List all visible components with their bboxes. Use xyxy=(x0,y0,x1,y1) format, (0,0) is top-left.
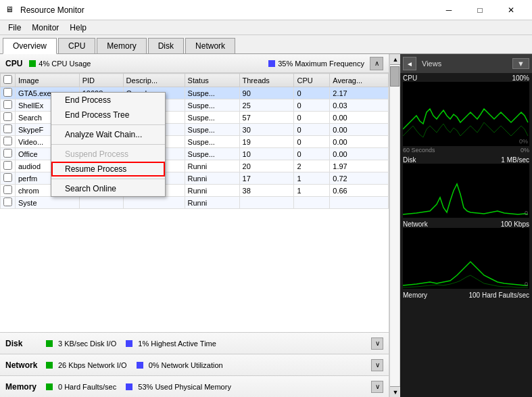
row-checkbox[interactable] xyxy=(3,185,12,194)
row-checkbox-cell[interactable] xyxy=(1,99,16,112)
row-checkbox-cell[interactable] xyxy=(1,112,16,124)
row-checkbox-cell[interactable] xyxy=(1,124,16,136)
tab-overview[interactable]: Overview xyxy=(3,38,57,54)
separator-1 xyxy=(51,124,165,125)
network-stats: 26 Kbps Network I/O 0% Network Utilizati… xyxy=(46,361,371,369)
cpu-collapse-button[interactable]: ∧ xyxy=(370,57,383,70)
menu-monitor[interactable]: Monitor xyxy=(26,22,64,34)
row-cpu: 0 xyxy=(294,136,330,148)
row-checkbox-cell[interactable] xyxy=(1,87,16,99)
row-avg: 0.66 xyxy=(330,185,389,197)
row-checkbox[interactable] xyxy=(3,173,12,182)
cpu-section-header: CPU 4% CPU Usage 35% Maximum Frequency ∧ xyxy=(0,54,389,73)
disk-section-header: Disk 3 KB/sec Disk I/O 1% Highest Active… xyxy=(0,332,389,354)
row-checkbox[interactable] xyxy=(3,137,12,145)
row-threads: 38 xyxy=(239,185,294,197)
row-threads: 30 xyxy=(239,124,294,136)
row-avg: 0.00 xyxy=(330,148,389,160)
scrollbar-up[interactable]: ▲ xyxy=(390,54,401,65)
table-row[interactable]: Syste Runni xyxy=(1,197,389,209)
views-dropdown-button[interactable]: ▼ xyxy=(512,58,529,69)
disk-stats: 3 KB/sec Disk I/O 1% Highest Active Time xyxy=(46,340,371,348)
disk-graph-block: Disk 1 MB/sec 0 xyxy=(400,155,532,219)
network-graph-canvas: 0 xyxy=(403,228,529,289)
disk-graph-canvas: 0 xyxy=(403,164,529,218)
right-panel-header: ◄ Views ▼ xyxy=(400,54,532,73)
row-checkbox-cell[interactable] xyxy=(1,197,16,209)
row-checkbox[interactable] xyxy=(3,149,12,158)
close-button[interactable]: ✕ xyxy=(495,0,527,20)
row-cpu: 1 xyxy=(294,172,330,185)
col-cpu[interactable]: CPU xyxy=(294,74,330,87)
row-checkbox-cell[interactable] xyxy=(1,172,16,185)
row-cpu: 0 xyxy=(294,124,330,136)
memory-title: Memory xyxy=(5,382,46,392)
row-checkbox[interactable] xyxy=(3,124,12,133)
row-avg: 0.72 xyxy=(330,172,389,185)
network-collapse-button[interactable]: ∨ xyxy=(371,359,383,371)
tab-cpu[interactable]: CPU xyxy=(58,38,95,53)
row-status: Runni xyxy=(185,197,239,209)
row-status: Suspe... xyxy=(185,124,239,136)
row-threads: 10 xyxy=(239,148,294,160)
select-all-checkbox[interactable] xyxy=(3,75,12,84)
memory-collapse-button[interactable]: ∨ xyxy=(371,381,383,393)
disk-blue-dot xyxy=(126,340,132,347)
maximize-button[interactable]: □ xyxy=(464,0,495,20)
context-end-process[interactable]: End Process xyxy=(51,93,165,108)
row-checkbox-cell[interactable] xyxy=(1,160,16,172)
menu-file[interactable]: File xyxy=(3,22,26,34)
bottom-sections: Disk 3 KB/sec Disk I/O 1% Highest Active… xyxy=(0,332,389,397)
row-avg: 0.00 xyxy=(330,124,389,136)
scrollbar-track xyxy=(390,65,400,386)
separator-3 xyxy=(51,179,165,179)
menu-help[interactable]: Help xyxy=(64,22,92,34)
row-checkbox[interactable] xyxy=(3,100,12,109)
cpu-graph-block: CPU 100% 0% 60 Seconds 0% xyxy=(400,73,532,155)
col-avg[interactable]: Averag... xyxy=(330,74,389,87)
row-checkbox[interactable] xyxy=(3,112,12,121)
scrollbar-down[interactable]: ▼ xyxy=(390,386,401,397)
context-suspend: Suspend Process xyxy=(51,147,165,162)
col-status[interactable]: Status xyxy=(185,74,239,87)
row-checkbox-cell[interactable] xyxy=(1,185,16,197)
context-search-online[interactable]: Search Online xyxy=(51,181,165,196)
cpu-table-container[interactable]: Image PID Descrip... Status Threads CPU … xyxy=(0,73,389,332)
col-image[interactable]: Image xyxy=(16,74,80,87)
context-end-process-tree[interactable]: End Process Tree xyxy=(51,108,165,122)
row-threads: 57 xyxy=(239,112,294,124)
row-threads: 19 xyxy=(239,136,294,148)
expand-button[interactable]: ◄ xyxy=(403,57,416,70)
col-desc[interactable]: Descrip... xyxy=(123,74,185,87)
row-avg xyxy=(330,197,389,209)
col-pid[interactable]: PID xyxy=(79,74,123,87)
row-status: Runni xyxy=(185,160,239,172)
row-checkbox-cell[interactable] xyxy=(1,148,16,160)
row-status: Runni xyxy=(185,172,239,185)
app-icon: 🖥 xyxy=(5,5,16,16)
row-checkbox[interactable] xyxy=(3,161,12,170)
row-checkbox-cell[interactable] xyxy=(1,136,16,148)
context-analyze-wait[interactable]: Analyze Wait Chain... xyxy=(51,127,165,142)
context-resume[interactable]: Resume Process xyxy=(51,162,165,177)
tabbar: Overview CPU Memory Disk Network xyxy=(0,35,532,54)
cpu-title: CPU xyxy=(5,59,22,68)
row-checkbox[interactable] xyxy=(3,197,12,206)
green-dot-icon xyxy=(29,60,36,67)
row-status: Runni xyxy=(185,185,239,197)
menubar: File Monitor Help xyxy=(0,20,532,35)
tab-disk[interactable]: Disk xyxy=(148,38,184,53)
main-scrollbar[interactable]: ▲ ▼ xyxy=(389,54,400,397)
disk-green-dot xyxy=(46,340,53,347)
cpu-graph-svg xyxy=(403,82,529,146)
col-threads[interactable]: Threads xyxy=(239,74,294,87)
tab-network[interactable]: Network xyxy=(185,38,235,53)
network-graph-block: Network 100 Kbps 0 xyxy=(400,219,532,290)
col-check[interactable] xyxy=(1,74,16,87)
row-checkbox[interactable] xyxy=(3,88,12,97)
minimize-button[interactable]: ─ xyxy=(433,0,464,20)
row-pid xyxy=(79,197,123,209)
scrollbar-thumb[interactable] xyxy=(390,66,400,87)
tab-memory[interactable]: Memory xyxy=(97,38,146,53)
disk-collapse-button[interactable]: ∨ xyxy=(371,337,383,350)
